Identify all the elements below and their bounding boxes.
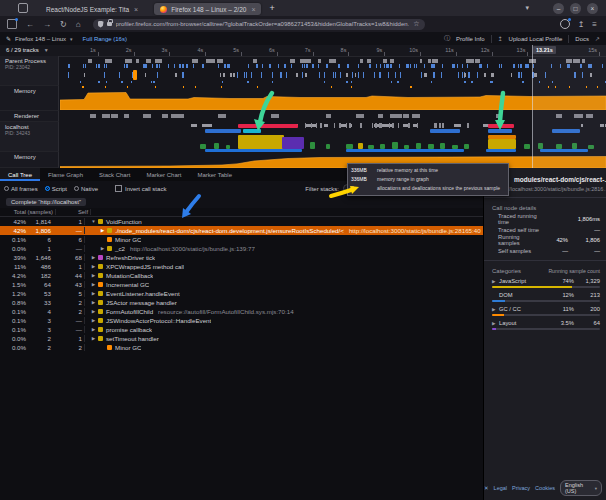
expander-icon[interactable]: ▶	[90, 291, 97, 296]
close-tab-icon[interactable]: ×	[134, 6, 138, 13]
tree-row-voidfunction[interactable]: 42%1,8141▼VoidFunction	[0, 217, 483, 226]
category-expander-icon[interactable]: ▶	[492, 279, 499, 284]
tree-row-settimeout-handler[interactable]: 0.0%21▶setTimeout handler	[0, 334, 483, 343]
tree-row-jsactor-message-handler[interactable]: 0.8%332▶JSActor message handler	[0, 298, 483, 307]
column-total-samples[interactable]: Total (samples)	[0, 209, 56, 215]
minimize-button[interactable]: –	[553, 3, 564, 14]
category-row-gc-cc[interactable]: ▶GC / CC11%200	[484, 305, 606, 319]
list-tabs-chevron-icon[interactable]: ▾	[525, 4, 529, 12]
marker-tick	[352, 72, 353, 78]
tab-marker-table[interactable]: Marker Table	[189, 168, 240, 181]
breadcrumb-complete-chip[interactable]: Complete “http://localhost”	[6, 198, 86, 206]
tab-stack-chart[interactable]: Stack Chart	[91, 168, 138, 181]
extension-badge-icon[interactable]	[560, 19, 570, 29]
expander-icon[interactable]: ▶	[90, 318, 97, 323]
address-bar[interactable]: profiler.firefox.com/from-browser/calltr…	[93, 19, 425, 30]
tab-marker-chart[interactable]: Marker Chart	[138, 168, 189, 181]
tree-row-xpcwrappedjs-method-call[interactable]: 11%4861▶XPCWrappedJS method call	[0, 262, 483, 271]
track-label-parent-process[interactable]: Parent ProcessPID: 23042	[0, 56, 59, 86]
url-text[interactable]: profiler.firefox.com/from-browser/calltr…	[116, 21, 410, 27]
full-range-button[interactable]: Full Range (16s)	[83, 36, 127, 42]
footer-link-cookies[interactable]: Cookies	[535, 485, 555, 491]
maximize-button[interactable]: □	[570, 3, 581, 14]
expander-icon[interactable]: ▶	[90, 255, 97, 260]
browser-tab-profiler[interactable]: Firefox 148 – Linux – 2/20 ×	[154, 3, 261, 15]
tree-row-refreshdriver-tick[interactable]: 39%1,64668▶RefreshDriver tick	[0, 253, 483, 262]
expander-icon[interactable]: ▶	[90, 264, 97, 269]
menu-icon[interactable]: ≡	[592, 20, 597, 29]
lock-icon[interactable]	[107, 22, 112, 26]
expander-icon[interactable]: ▶	[90, 309, 97, 314]
footer-link-legal[interactable]: Legal	[494, 485, 507, 491]
profile-name-caret-icon[interactable]: ▾	[70, 36, 73, 42]
tree-row-mutationcallback[interactable]: 4.2%18244▶MutationCallback	[0, 271, 483, 280]
tree-row-incremental-gc[interactable]: 1.5%6443▶Incremental GC	[0, 280, 483, 289]
tracking-shield-icon[interactable]	[98, 21, 104, 28]
track-label-localhost[interactable]: localhostPID: 34243	[0, 122, 59, 152]
upload-local-profile-button[interactable]: Upload Local Profile	[509, 36, 563, 42]
profile-info-button[interactable]: Profile Info	[456, 36, 485, 42]
tree-row-minor-gc[interactable]: 0.0%22Minor GC	[0, 343, 483, 352]
category-row-javascript[interactable]: ▶JavaScript74%1,329	[484, 277, 606, 291]
bookmark-star-icon[interactable]: ☆	[413, 20, 419, 28]
timeline-ruler[interactable]: 6 / 29 tracks ▼ 1s2s3s4s5s6s7s8s9s10s11s…	[0, 45, 606, 57]
category-expander-icon[interactable]: ▶	[492, 307, 499, 312]
expander-icon[interactable]: ▶	[99, 246, 106, 251]
x-social-icon[interactable]: ✕	[484, 485, 489, 491]
language-select[interactable]: English (US) ▾	[560, 480, 602, 496]
forward-icon[interactable]: →	[43, 20, 51, 29]
profile-name[interactable]: Firefox 148 – Linux	[15, 36, 66, 42]
frame-filter-native[interactable]: Native	[74, 186, 98, 192]
tree-row--c2[interactable]: 0.0%1—▶_c2http://localhost:3000/static/j…	[0, 244, 483, 253]
marker-tick	[162, 114, 168, 118]
tree-row--node-modules-react-dom-cjs-react-dom-de[interactable]: 42%1,806—▶./node_modules/react-dom/cjs/r…	[0, 226, 483, 235]
expander-icon[interactable]: ▶	[90, 273, 97, 278]
browser-tab-react-example[interactable]: React/NodeJS Example: Tita ×	[40, 3, 144, 15]
category-expander-icon[interactable]: ▶	[492, 321, 499, 326]
tree-row-eventlistener-handleevent[interactable]: 1.2%535▶EventListener.handleEvent	[0, 289, 483, 298]
expander-icon[interactable]: ▼	[90, 219, 97, 224]
tooltip-row: 336MBrelative memory at this time	[351, 166, 505, 175]
firefox-view-icon[interactable]	[18, 3, 28, 13]
expander-icon[interactable]: ▶	[99, 228, 106, 233]
track-label-memory[interactable]: Memory	[0, 152, 59, 168]
tree-row-promise-callback[interactable]: 0.1%3—▶promise callback	[0, 325, 483, 334]
tab-call-tree[interactable]: Call Tree	[0, 168, 40, 181]
tree-row-formautofillchild[interactable]: 0.1%42▶FormAutofillChildresource://autof…	[0, 307, 483, 316]
new-tab-button[interactable]: +	[269, 3, 274, 13]
marker-tick	[499, 64, 500, 68]
marker-tick	[380, 64, 382, 68]
docs-link[interactable]: Docs	[575, 36, 589, 42]
total-samples: 3	[26, 326, 53, 333]
tree-row-minor-gc[interactable]: 0.1%66Minor GC	[0, 235, 483, 244]
preview-selection-overlay[interactable]	[532, 45, 606, 168]
footer-link-privacy[interactable]: Privacy	[512, 485, 530, 491]
home-icon[interactable]: ⌂	[76, 20, 81, 29]
edit-profile-name-icon[interactable]: ✎	[6, 35, 11, 42]
frame-filter-all-frames[interactable]: All frames	[4, 186, 38, 192]
close-tab-icon[interactable]: ×	[251, 6, 255, 13]
expander-icon[interactable]: ▶	[90, 327, 97, 332]
back-icon[interactable]: ←	[26, 20, 34, 29]
expander-icon[interactable]: ▶	[90, 336, 97, 341]
track-label-memory[interactable]: Memory	[0, 86, 59, 111]
frame-filter-script[interactable]: Script	[45, 186, 67, 192]
column-self[interactable]: Self	[56, 209, 91, 215]
invert-call-stack-checkbox[interactable]	[115, 185, 122, 192]
profiler-toolbar: ✎ Firefox 148 – Linux ▾ Full Range (16s)…	[0, 32, 606, 46]
tracks-dropdown-button[interactable]: 6 / 29 tracks ▼	[6, 47, 49, 53]
window-extension-icon[interactable]	[7, 19, 17, 29]
tree-row-jswindowactorprotocol-handleevent[interactable]: 0.1%3—▶JSWindowActorProtocol::HandleEven…	[0, 316, 483, 325]
expander-icon[interactable]: ▶	[90, 282, 97, 287]
marker-tick	[119, 72, 120, 78]
reload-icon[interactable]: ↻	[60, 20, 67, 29]
track-label-renderer[interactable]: Renderer	[0, 111, 59, 122]
close-window-button[interactable]: ×	[587, 3, 598, 14]
share-icon[interactable]: ↥	[578, 20, 585, 29]
category-row-dom[interactable]: DOM12%213	[484, 291, 606, 305]
marker-tick	[468, 72, 469, 78]
expander-icon[interactable]: ▶	[90, 300, 97, 305]
category-row-layout[interactable]: ▶Layout3.5%64	[484, 319, 606, 333]
tab-flame-graph[interactable]: Flame Graph	[40, 168, 91, 181]
timeline[interactable]: 6 / 29 tracks ▼ 1s2s3s4s5s6s7s8s9s10s11s…	[0, 45, 606, 168]
